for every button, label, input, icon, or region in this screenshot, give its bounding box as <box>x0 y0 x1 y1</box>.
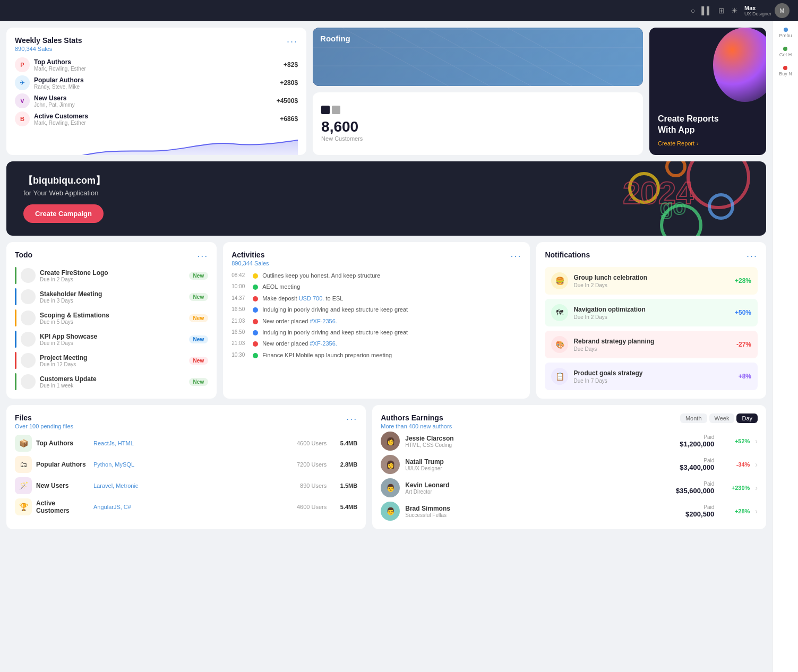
todo-menu[interactable]: ··· <box>197 251 208 262</box>
list-item: 10:00 AEOL meeting <box>231 283 521 291</box>
todo-card: Todo ··· Create FireStone Logo Due in 2 … <box>6 242 217 399</box>
files-card: Files Over 100 pending files ··· 📦 Top A… <box>6 405 366 529</box>
list-item: 👩 Jessie Clarcson HTML, CSS Coding Paid … <box>381 432 758 451</box>
notif-value: +28% <box>735 277 751 285</box>
create-reports-card: Create ReportsWith App Create Report › <box>649 28 766 155</box>
list-item: 🗺 Navigation optimization Due In 2 Days … <box>545 299 758 326</box>
weekly-sales-menu[interactable]: ··· <box>287 36 298 47</box>
panel-dot <box>784 28 788 32</box>
user-name: Max <box>744 5 771 11</box>
notif-icon: 🎨 <box>551 336 568 353</box>
month-button[interactable]: Month <box>680 413 707 423</box>
activities-card: Activities 890,344 Sales ··· 08:42 Outli… <box>223 242 530 399</box>
content-area: Weekly Sales Stats 890,344 Sales ··· P T… <box>0 21 773 672</box>
arrow-icon: › <box>697 140 699 147</box>
activities-title: Activities <box>231 251 269 259</box>
list-item: 🪄 New Users Laravel, Metronic 890 Users … <box>15 477 357 494</box>
list-item: Create FireStone Logo Due in 2 Days New <box>15 267 208 284</box>
activity-link[interactable]: USD 700. <box>299 295 324 301</box>
search-icon[interactable]: ○ <box>691 6 695 15</box>
files-list: 📦 Top Authors ReactJs, HTML 4600 Users 5… <box>15 435 357 515</box>
chevron-right-icon[interactable]: › <box>755 460 758 469</box>
create-report-link[interactable]: Create Report › <box>658 140 758 147</box>
right-panel: Prebu Get H Buy N <box>773 21 798 672</box>
file-icon: 📦 <box>15 435 32 452</box>
activity-dot <box>253 330 258 335</box>
list-item: 14:37 Make deposit USD 700. to ESL <box>231 295 521 303</box>
panel-dot <box>783 66 787 70</box>
middle-col: Roofing 8,600 New Customers <box>313 28 643 155</box>
create-campaign-button[interactable]: Create Campaign <box>23 204 104 223</box>
list-item: 16:50 Indulging in poorly driving and ke… <box>231 329 521 337</box>
list-item: 🏆 Active Customers AngularJS, C# 4600 Us… <box>15 498 357 515</box>
notifications-menu[interactable]: ··· <box>746 251 758 262</box>
chevron-right-icon[interactable]: › <box>755 437 758 445</box>
notif-value: +8% <box>739 373 751 380</box>
todo-list: Create FireStone Logo Due in 2 Days New … <box>15 267 208 390</box>
stat-icon-active-customers: B <box>15 111 30 126</box>
day-button[interactable]: Day <box>736 413 758 423</box>
list-item: 10:30 Finance KPI Mobile app launch prep… <box>231 351 521 359</box>
nc-sq1 <box>321 106 330 114</box>
list-item: 📋 Product goals strategy Due In 7 Days +… <box>545 363 758 390</box>
campaign-decoration: 2024 go <box>607 161 766 236</box>
list-item: 🗂 Popular Authors Python, MySQL 7200 Use… <box>15 456 357 473</box>
chevron-right-icon[interactable]: › <box>755 507 758 515</box>
author-change: +28% <box>726 508 750 514</box>
files-menu[interactable]: ··· <box>346 413 357 425</box>
files-subtitle: Over 100 pending files <box>15 423 73 429</box>
bars-icon[interactable]: ▌▌ <box>701 6 712 15</box>
todo-badge: New <box>189 335 209 343</box>
activities-list: 08:42 Outlines keep you honest. And keep… <box>231 272 521 359</box>
weekly-sales-title: Weekly Sales Stats <box>15 36 82 45</box>
activities-menu[interactable]: ··· <box>510 251 521 262</box>
activity-dot <box>253 296 258 301</box>
activity-link[interactable]: #XF-2356. <box>310 340 337 347</box>
notifications-list: 🍔 Group lunch celebration Due In 2 Days … <box>545 267 758 390</box>
activity-dot <box>253 307 258 313</box>
grid-icon[interactable]: ⊞ <box>718 6 725 15</box>
activity-link[interactable]: #XF-2356. <box>310 318 337 324</box>
todo-bar <box>15 309 16 326</box>
weekly-sales-subtitle: 890,344 Sales <box>15 46 82 52</box>
stat-active-customers: B Active Customers Mark, Rowling, Esther… <box>15 111 298 126</box>
planet-decoration <box>713 28 766 102</box>
right-panel-geth[interactable]: Get H <box>779 47 792 57</box>
avatar: 👩 <box>381 455 400 474</box>
notif-icon: 📋 <box>551 368 568 385</box>
sun-icon[interactable]: ☀ <box>731 6 738 15</box>
list-item: 🍔 Group lunch celebration Due In 2 Days … <box>545 267 758 295</box>
chevron-right-icon[interactable]: › <box>755 484 758 492</box>
panel-dot <box>783 47 787 51</box>
week-button[interactable]: Week <box>709 413 735 423</box>
todo-badge: New <box>189 378 209 386</box>
avatar: 👨 <box>381 502 400 521</box>
stat-popular-authors: ✈ Popular Authors Randy, Steve, Mike +28… <box>15 75 298 90</box>
stat-icon-top-authors: P <box>15 57 30 72</box>
main-container: Weekly Sales Stats 890,344 Sales ··· P T… <box>0 21 798 672</box>
notifications-title: Notifications <box>545 251 590 259</box>
authors-earnings-card: Authors Earnings More than 400 new autho… <box>372 405 766 529</box>
activity-dot <box>253 319 258 324</box>
user-role: UX Designer <box>744 11 771 16</box>
top-row: Weekly Sales Stats 890,344 Sales ··· P T… <box>6 28 766 155</box>
todo-badge: New <box>189 293 209 301</box>
avatar[interactable]: M <box>775 3 790 18</box>
avatar <box>21 311 36 325</box>
svg-text:go: go <box>660 195 686 219</box>
avatar <box>21 353 36 368</box>
deco-circle-5 <box>665 161 687 177</box>
right-panel-prebu[interactable]: Prebu <box>779 28 792 38</box>
right-panel-buyn[interactable]: Buy N <box>779 66 792 76</box>
todo-badge: New <box>189 357 209 365</box>
user-info: Max UX Designer M <box>744 3 790 18</box>
stat-list: P Top Authors Mark, Rowling, Esther +82$… <box>15 57 298 126</box>
todo-bar <box>15 373 16 390</box>
list-item: Stakeholder Meeting Due in 3 Days New <box>15 288 208 305</box>
list-item: 21:03 New order placed #XF-2356. <box>231 340 521 348</box>
notif-value: +50% <box>735 309 751 316</box>
chart-svg <box>15 131 298 155</box>
notif-icon: 🍔 <box>551 272 568 289</box>
stat-icon-popular-authors: ✈ <box>15 75 30 90</box>
activity-dot <box>253 273 258 279</box>
